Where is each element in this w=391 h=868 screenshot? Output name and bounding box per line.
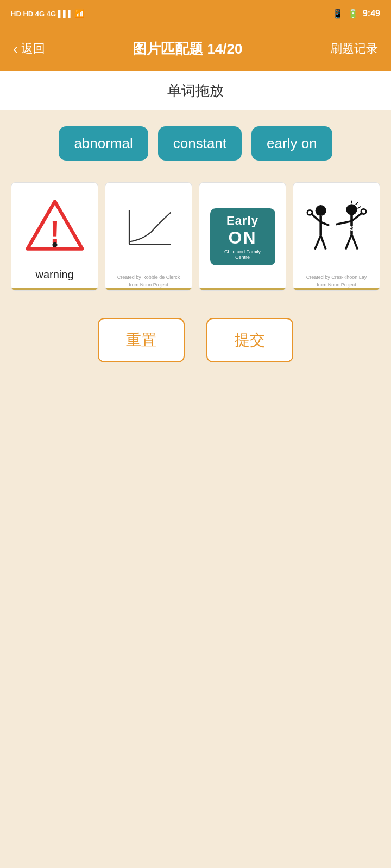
svg-point-2	[52, 242, 57, 247]
svg-point-18	[361, 209, 365, 214]
main-content: abnormal constant early on ! warning	[0, 110, 391, 379]
card-robber-credit2: from Noun Project	[317, 282, 356, 288]
network-icon: HD HD 4G 4G ▌▌▌	[11, 10, 73, 18]
svg-line-15	[357, 206, 361, 208]
record-button[interactable]: 刷题记录	[330, 41, 378, 57]
page-title: 图片匹配题 14/20	[133, 40, 242, 59]
reset-button[interactable]: 重置	[98, 318, 185, 362]
subtitle-text: 单词拖放	[167, 82, 224, 99]
card-graph-image	[105, 183, 192, 272]
svg-line-9	[314, 235, 320, 250]
svg-line-14	[355, 202, 358, 205]
subtitle-bar: 单词拖放	[0, 71, 391, 110]
svg-line-8	[320, 222, 329, 225]
svg-line-21	[351, 234, 357, 250]
wifi-icon: 📶	[75, 9, 84, 18]
card-graph[interactable]: Created by Robbie de Clerck from Noun Pr…	[105, 182, 192, 291]
submit-button[interactable]: 提交	[206, 318, 293, 362]
card-graph-bar	[105, 288, 192, 290]
card-robber-credit1: Created by Cres-Khoon Lay	[306, 275, 367, 280]
svg-text:S: S	[349, 224, 354, 232]
word-chips-container: abnormal constant early on	[11, 126, 380, 161]
card-warning-image: !	[11, 183, 98, 264]
robber-svg: S	[301, 200, 372, 259]
cards-grid: ! warning Created by Robbie de Clerck	[11, 182, 380, 291]
word-chip-abnormal[interactable]: abnormal	[59, 126, 148, 161]
svg-point-11	[307, 210, 312, 215]
status-bar: HD HD 4G 4G ▌▌▌ 📶 📱 🔋 9:49	[0, 0, 391, 27]
graph-svg	[119, 205, 179, 254]
word-chip-constant[interactable]: constant	[158, 126, 242, 161]
action-buttons: 重置 提交	[11, 318, 380, 362]
svg-point-5	[315, 205, 326, 216]
back-label: 返回	[21, 41, 45, 57]
early-text: Early	[218, 214, 268, 228]
card-early-on-image: Early ON Child and Family Centre	[199, 183, 286, 288]
card-graph-credit1: Created by Robbie de Clerck	[117, 275, 180, 280]
card-robber-image: S	[293, 183, 380, 272]
word-chip-early-on[interactable]: early on	[251, 126, 332, 161]
battery-icon: 🔋	[348, 9, 358, 19]
back-arrow-icon: ‹	[13, 41, 18, 58]
status-left: HD HD 4G 4G ▌▌▌ 📶	[11, 9, 84, 18]
back-button[interactable]: ‹ 返回	[13, 41, 45, 58]
card-warning-bar	[11, 288, 98, 290]
svg-line-20	[345, 234, 351, 250]
card-early-on[interactable]: Early ON Child and Family Centre	[199, 182, 286, 291]
card-robber[interactable]: S Created by Cres-Khoon Lay from Noun Pr…	[293, 182, 380, 291]
early-on-subtitle: Child and Family Centre	[218, 249, 268, 260]
card-warning-label: warning	[11, 264, 98, 288]
card-robber-bar	[293, 288, 380, 290]
on-text: ON	[218, 228, 268, 248]
warning-triangle-svg: !	[25, 198, 85, 252]
card-warning[interactable]: ! warning	[11, 182, 98, 291]
time-display: 9:49	[363, 9, 380, 18]
app-header: ‹ 返回 图片匹配题 14/20 刷题记录	[0, 27, 391, 71]
card-graph-credit2: from Noun Project	[129, 282, 168, 288]
svg-point-12	[346, 204, 357, 215]
card-early-on-bar	[199, 288, 286, 290]
early-on-badge: Early ON Child and Family Centre	[210, 208, 275, 265]
status-right: 📱 🔋 9:49	[332, 9, 380, 19]
svg-line-10	[320, 235, 325, 250]
signal-icon: 📱	[332, 9, 343, 19]
